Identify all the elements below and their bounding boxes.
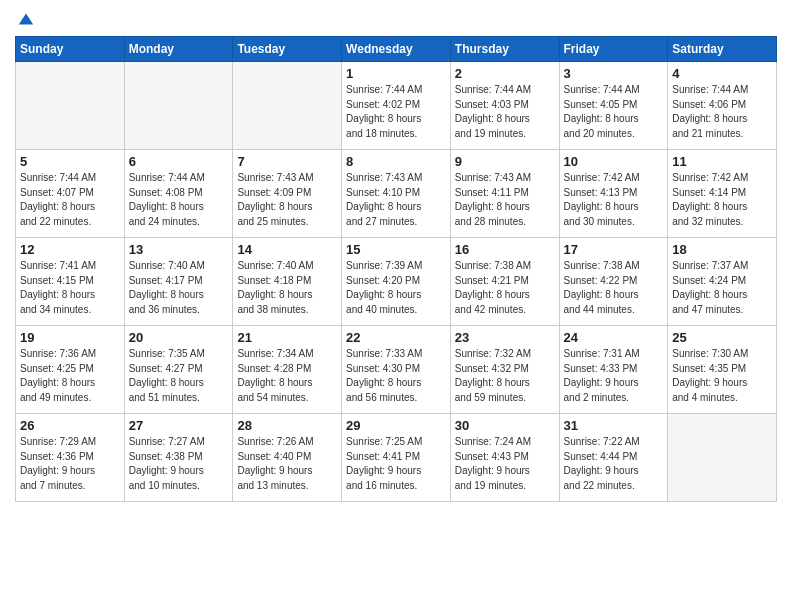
day-number: 2 [455, 66, 555, 81]
calendar-table: SundayMondayTuesdayWednesdayThursdayFrid… [15, 36, 777, 502]
day-number: 26 [20, 418, 120, 433]
day-info: Sunrise: 7:31 AM Sunset: 4:33 PM Dayligh… [564, 347, 664, 405]
day-number: 30 [455, 418, 555, 433]
day-number: 28 [237, 418, 337, 433]
day-number: 31 [564, 418, 664, 433]
calendar-cell: 31Sunrise: 7:22 AM Sunset: 4:44 PM Dayli… [559, 414, 668, 502]
day-number: 13 [129, 242, 229, 257]
calendar-cell: 15Sunrise: 7:39 AM Sunset: 4:20 PM Dayli… [342, 238, 451, 326]
day-info: Sunrise: 7:44 AM Sunset: 4:03 PM Dayligh… [455, 83, 555, 141]
day-info: Sunrise: 7:42 AM Sunset: 4:13 PM Dayligh… [564, 171, 664, 229]
calendar-cell: 18Sunrise: 7:37 AM Sunset: 4:24 PM Dayli… [668, 238, 777, 326]
day-info: Sunrise: 7:41 AM Sunset: 4:15 PM Dayligh… [20, 259, 120, 317]
day-number: 27 [129, 418, 229, 433]
calendar-cell: 13Sunrise: 7:40 AM Sunset: 4:17 PM Dayli… [124, 238, 233, 326]
calendar-cell: 9Sunrise: 7:43 AM Sunset: 4:11 PM Daylig… [450, 150, 559, 238]
day-info: Sunrise: 7:29 AM Sunset: 4:36 PM Dayligh… [20, 435, 120, 493]
calendar-cell: 1Sunrise: 7:44 AM Sunset: 4:02 PM Daylig… [342, 62, 451, 150]
day-info: Sunrise: 7:36 AM Sunset: 4:25 PM Dayligh… [20, 347, 120, 405]
svg-marker-0 [19, 14, 33, 25]
calendar-week-0: 1Sunrise: 7:44 AM Sunset: 4:02 PM Daylig… [16, 62, 777, 150]
day-info: Sunrise: 7:33 AM Sunset: 4:30 PM Dayligh… [346, 347, 446, 405]
day-info: Sunrise: 7:40 AM Sunset: 4:18 PM Dayligh… [237, 259, 337, 317]
weekday-header-saturday: Saturday [668, 37, 777, 62]
logo-icon [17, 10, 35, 28]
calendar-cell: 29Sunrise: 7:25 AM Sunset: 4:41 PM Dayli… [342, 414, 451, 502]
day-number: 18 [672, 242, 772, 257]
day-info: Sunrise: 7:26 AM Sunset: 4:40 PM Dayligh… [237, 435, 337, 493]
calendar-cell: 8Sunrise: 7:43 AM Sunset: 4:10 PM Daylig… [342, 150, 451, 238]
day-info: Sunrise: 7:40 AM Sunset: 4:17 PM Dayligh… [129, 259, 229, 317]
weekday-header-wednesday: Wednesday [342, 37, 451, 62]
calendar-header: SundayMondayTuesdayWednesdayThursdayFrid… [16, 37, 777, 62]
day-info: Sunrise: 7:34 AM Sunset: 4:28 PM Dayligh… [237, 347, 337, 405]
calendar-cell [233, 62, 342, 150]
day-info: Sunrise: 7:39 AM Sunset: 4:20 PM Dayligh… [346, 259, 446, 317]
calendar-body: 1Sunrise: 7:44 AM Sunset: 4:02 PM Daylig… [16, 62, 777, 502]
day-number: 7 [237, 154, 337, 169]
day-info: Sunrise: 7:44 AM Sunset: 4:07 PM Dayligh… [20, 171, 120, 229]
day-number: 23 [455, 330, 555, 345]
calendar-cell: 16Sunrise: 7:38 AM Sunset: 4:21 PM Dayli… [450, 238, 559, 326]
day-info: Sunrise: 7:30 AM Sunset: 4:35 PM Dayligh… [672, 347, 772, 405]
calendar-cell [124, 62, 233, 150]
day-info: Sunrise: 7:43 AM Sunset: 4:11 PM Dayligh… [455, 171, 555, 229]
calendar-cell: 14Sunrise: 7:40 AM Sunset: 4:18 PM Dayli… [233, 238, 342, 326]
day-number: 14 [237, 242, 337, 257]
day-number: 24 [564, 330, 664, 345]
calendar-cell: 25Sunrise: 7:30 AM Sunset: 4:35 PM Dayli… [668, 326, 777, 414]
calendar-week-1: 5Sunrise: 7:44 AM Sunset: 4:07 PM Daylig… [16, 150, 777, 238]
day-number: 5 [20, 154, 120, 169]
day-number: 12 [20, 242, 120, 257]
day-number: 8 [346, 154, 446, 169]
calendar-cell: 12Sunrise: 7:41 AM Sunset: 4:15 PM Dayli… [16, 238, 125, 326]
calendar-cell: 5Sunrise: 7:44 AM Sunset: 4:07 PM Daylig… [16, 150, 125, 238]
day-info: Sunrise: 7:25 AM Sunset: 4:41 PM Dayligh… [346, 435, 446, 493]
day-info: Sunrise: 7:38 AM Sunset: 4:22 PM Dayligh… [564, 259, 664, 317]
calendar-cell: 23Sunrise: 7:32 AM Sunset: 4:32 PM Dayli… [450, 326, 559, 414]
day-number: 22 [346, 330, 446, 345]
calendar-cell [16, 62, 125, 150]
calendar-week-3: 19Sunrise: 7:36 AM Sunset: 4:25 PM Dayli… [16, 326, 777, 414]
day-number: 21 [237, 330, 337, 345]
day-number: 20 [129, 330, 229, 345]
calendar-cell: 7Sunrise: 7:43 AM Sunset: 4:09 PM Daylig… [233, 150, 342, 238]
calendar-cell: 21Sunrise: 7:34 AM Sunset: 4:28 PM Dayli… [233, 326, 342, 414]
weekday-header-sunday: Sunday [16, 37, 125, 62]
day-number: 11 [672, 154, 772, 169]
day-info: Sunrise: 7:42 AM Sunset: 4:14 PM Dayligh… [672, 171, 772, 229]
day-number: 1 [346, 66, 446, 81]
day-info: Sunrise: 7:43 AM Sunset: 4:10 PM Dayligh… [346, 171, 446, 229]
calendar-week-4: 26Sunrise: 7:29 AM Sunset: 4:36 PM Dayli… [16, 414, 777, 502]
day-info: Sunrise: 7:44 AM Sunset: 4:06 PM Dayligh… [672, 83, 772, 141]
calendar-cell: 30Sunrise: 7:24 AM Sunset: 4:43 PM Dayli… [450, 414, 559, 502]
calendar-cell: 26Sunrise: 7:29 AM Sunset: 4:36 PM Dayli… [16, 414, 125, 502]
day-info: Sunrise: 7:24 AM Sunset: 4:43 PM Dayligh… [455, 435, 555, 493]
calendar-cell: 24Sunrise: 7:31 AM Sunset: 4:33 PM Dayli… [559, 326, 668, 414]
calendar-cell: 17Sunrise: 7:38 AM Sunset: 4:22 PM Dayli… [559, 238, 668, 326]
day-number: 9 [455, 154, 555, 169]
day-number: 3 [564, 66, 664, 81]
calendar-cell: 28Sunrise: 7:26 AM Sunset: 4:40 PM Dayli… [233, 414, 342, 502]
weekday-header-row: SundayMondayTuesdayWednesdayThursdayFrid… [16, 37, 777, 62]
header [15, 10, 777, 28]
calendar-cell: 2Sunrise: 7:44 AM Sunset: 4:03 PM Daylig… [450, 62, 559, 150]
weekday-header-monday: Monday [124, 37, 233, 62]
day-info: Sunrise: 7:38 AM Sunset: 4:21 PM Dayligh… [455, 259, 555, 317]
calendar-cell: 20Sunrise: 7:35 AM Sunset: 4:27 PM Dayli… [124, 326, 233, 414]
calendar-cell: 27Sunrise: 7:27 AM Sunset: 4:38 PM Dayli… [124, 414, 233, 502]
day-number: 16 [455, 242, 555, 257]
day-number: 6 [129, 154, 229, 169]
weekday-header-tuesday: Tuesday [233, 37, 342, 62]
weekday-header-friday: Friday [559, 37, 668, 62]
day-info: Sunrise: 7:44 AM Sunset: 4:02 PM Dayligh… [346, 83, 446, 141]
calendar-week-2: 12Sunrise: 7:41 AM Sunset: 4:15 PM Dayli… [16, 238, 777, 326]
day-info: Sunrise: 7:44 AM Sunset: 4:05 PM Dayligh… [564, 83, 664, 141]
calendar-cell: 6Sunrise: 7:44 AM Sunset: 4:08 PM Daylig… [124, 150, 233, 238]
calendar-cell: 19Sunrise: 7:36 AM Sunset: 4:25 PM Dayli… [16, 326, 125, 414]
logo [15, 10, 35, 28]
calendar-cell: 3Sunrise: 7:44 AM Sunset: 4:05 PM Daylig… [559, 62, 668, 150]
calendar-cell: 4Sunrise: 7:44 AM Sunset: 4:06 PM Daylig… [668, 62, 777, 150]
page-container: SundayMondayTuesdayWednesdayThursdayFrid… [0, 0, 792, 512]
day-info: Sunrise: 7:27 AM Sunset: 4:38 PM Dayligh… [129, 435, 229, 493]
